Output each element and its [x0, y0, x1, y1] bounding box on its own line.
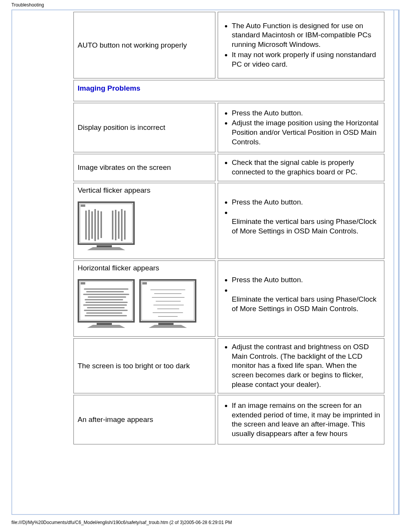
solution-cell: Press the Auto button. Eliminate the ver…: [218, 260, 384, 337]
table-row: The screen is too bright or too dark Adj…: [73, 338, 384, 393]
list-item: Adjust the contrast and brightness on OS…: [232, 342, 380, 389]
svg-marker-15: [87, 247, 125, 250]
solution-cell: If an image remains on the screen for an…: [218, 395, 384, 444]
problem-label: Horizontal flicker appears: [78, 264, 159, 272]
document-frame: AUTO button not working properly The Aut…: [11, 10, 400, 515]
problem-cell: Display position is incorrect: [73, 103, 215, 152]
table-row: Horizontal flicker appears: [73, 260, 384, 337]
table-row: Imaging Problems: [73, 80, 384, 101]
list-item: Eliminate the vertical bars using Phase/…: [232, 208, 380, 236]
list-item: Eliminate the vertical bars using Phase/…: [232, 286, 380, 314]
list-item-continuation: Eliminate the vertical bars using Phase/…: [232, 295, 376, 313]
problem-cell: An after-image appears: [73, 395, 215, 444]
problem-label: Vertical flicker appears: [78, 186, 150, 194]
problem-cell: Horizontal flicker appears: [73, 260, 215, 337]
svg-marker-31: [87, 325, 125, 328]
list-item: Press the Auto button.: [232, 275, 380, 285]
problem-cell: AUTO button not working properly: [73, 12, 215, 78]
table-row: An after-image appears If an image remai…: [73, 395, 384, 444]
list-item: It may not work properly if using nonsta…: [232, 50, 380, 69]
table-row: Image vibrates on the screen Check that …: [73, 154, 384, 181]
list-item: Adjust the image position using the Hori…: [232, 118, 380, 147]
svg-rect-18: [81, 282, 85, 284]
section-header: Imaging Problems: [73, 80, 384, 101]
troubleshooting-table: AUTO button not working properly The Aut…: [71, 10, 387, 446]
figure-vertical-flicker-icon: [78, 201, 211, 251]
list-item-continuation: Eliminate the vertical bars using Phase/…: [232, 217, 376, 235]
problem-cell: Image vibrates on the screen: [73, 154, 215, 181]
solution-cell: Adjust the contrast and brightness on OS…: [218, 338, 384, 393]
list-item: Press the Auto button.: [232, 198, 380, 207]
list-item: If an image remains on the screen for an…: [232, 401, 380, 439]
solution-cell: Check that the signal cable is properly …: [218, 154, 384, 181]
problem-cell: The screen is too bright or too dark: [73, 338, 215, 393]
table-row: Display position is incorrect Press the …: [73, 103, 384, 152]
footer-text: file:///D|/My%20Documents/dfu/C6_Model/e…: [11, 520, 232, 525]
svg-marker-44: [149, 325, 187, 328]
problem-cell: Vertical flicker appears: [73, 183, 215, 259]
table-row: Vertical flicker appears: [73, 183, 384, 259]
list-item: Press the Auto button.: [232, 109, 380, 118]
list-item: The Auto Function is designed for use on…: [232, 21, 380, 50]
divider: [393, 10, 394, 514]
solution-cell: Press the Auto button. Adjust the image …: [218, 103, 384, 152]
list-item: Check that the signal cable is properly …: [232, 158, 380, 177]
svg-rect-34: [142, 282, 147, 284]
page-title: Troubleshooting: [0, 0, 411, 9]
solution-cell: The Auto Function is designed for use on…: [218, 12, 384, 78]
solution-cell: Press the Auto button. Eliminate the ver…: [218, 183, 384, 259]
figure-horizontal-flicker-icon: [78, 279, 211, 329]
svg-rect-2: [81, 204, 85, 207]
table-row: AUTO button not working properly The Aut…: [73, 12, 384, 78]
